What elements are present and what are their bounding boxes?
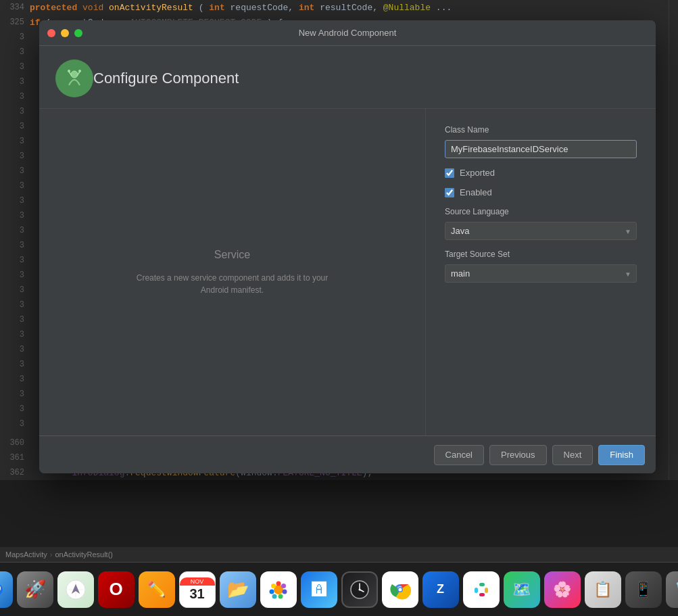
dock-chrome[interactable]	[382, 571, 418, 608]
breadcrumb-method: onActivityResult()	[55, 550, 113, 559]
dock-safari[interactable]	[57, 571, 94, 608]
svg-point-15	[276, 581, 281, 586]
svg-point-5	[0, 583, 3, 596]
svg-point-17	[282, 589, 287, 594]
dialog-titlebar: New Android Component	[39, 20, 656, 46]
svg-point-18	[278, 594, 283, 598]
target-source-set-label: Target Source Set	[445, 250, 637, 259]
dialog-content: Service Creates a new service component …	[39, 109, 656, 435]
svg-rect-30	[475, 588, 478, 593]
target-source-set-select[interactable]: main test androidTest	[445, 264, 637, 283]
new-android-component-dialog: New Android Component Configure Componen…	[39, 20, 656, 473]
dialog-title: New Android Component	[299, 28, 397, 38]
svg-point-20	[269, 589, 274, 594]
minimize-button[interactable]	[61, 29, 69, 37]
cancel-button[interactable]: Cancel	[434, 445, 484, 465]
dialog-body: Configure Component Service Creates a ne…	[39, 46, 656, 473]
dock-files[interactable]: 📂	[220, 571, 256, 608]
dialog-heading: Configure Component	[93, 70, 239, 87]
window-controls	[47, 29, 82, 37]
dock-photos[interactable]	[260, 571, 297, 608]
target-source-set-select-wrapper: main test androidTest ▼	[445, 264, 637, 283]
dock-zoom[interactable]: Z	[422, 571, 459, 608]
class-name-field-group: Class Name	[445, 125, 637, 158]
enabled-label[interactable]: Enabled	[460, 187, 492, 197]
finish-button[interactable]: Finish	[598, 445, 645, 465]
dialog-footer: Cancel Previous Next Finish	[39, 435, 656, 473]
source-language-label: Source Language	[445, 207, 637, 216]
dock-trash[interactable]: 🗑️	[666, 571, 679, 608]
dock-calendar[interactable]: NOV 31	[179, 571, 216, 608]
svg-rect-31	[479, 583, 485, 586]
status-bar: MapsActivity › onActivityResult()	[0, 547, 678, 562]
dialog-form-panel: Class Name Exported Enabled Source Langu…	[426, 109, 656, 435]
dock-clock[interactable]	[341, 571, 378, 608]
dock-slack[interactable]	[463, 571, 500, 608]
dock-sketch[interactable]: ✏️	[139, 571, 175, 608]
svg-point-21	[271, 584, 276, 588]
dock-icloud[interactable]: 📋	[585, 571, 621, 608]
svg-point-19	[272, 594, 276, 598]
dock-appstore[interactable]: 🅰	[301, 571, 337, 608]
dock-launchpad[interactable]: 🚀	[17, 571, 53, 608]
exported-label[interactable]: Exported	[460, 168, 495, 178]
class-name-label: Class Name	[445, 125, 637, 135]
source-language-select[interactable]: Java Kotlin	[445, 222, 637, 240]
component-description: Creates a new service component and adds…	[131, 272, 334, 296]
component-type-name: Service	[214, 249, 250, 261]
svg-point-1	[71, 71, 78, 78]
next-button[interactable]: Next	[552, 445, 594, 465]
android-studio-icon	[55, 60, 93, 97]
breadcrumb-separator: ›	[50, 550, 53, 559]
dock-opera[interactable]: O	[98, 571, 135, 608]
close-button[interactable]	[47, 29, 55, 37]
previous-button[interactable]: Previous	[489, 445, 547, 465]
enabled-checkbox[interactable]	[445, 188, 454, 197]
svg-point-16	[281, 584, 286, 588]
source-language-select-wrapper: Java Kotlin ▼	[445, 222, 637, 240]
target-source-set-field-group: Target Source Set main test androidTest …	[445, 250, 637, 283]
breadcrumb: MapsActivity › onActivityResult()	[5, 550, 113, 559]
mac-dock: 🚀 O ✏️ NOV 31 📂 🅰 Z 🗺️	[0, 562, 678, 616]
svg-point-29	[398, 588, 402, 591]
svg-point-2	[68, 70, 70, 72]
class-name-input[interactable]	[445, 140, 637, 158]
dialog-header: Configure Component	[39, 46, 656, 109]
svg-point-3	[78, 70, 81, 72]
dock-iphone-mirroring[interactable]: 📱	[625, 571, 662, 608]
dock-image[interactable]: 🌸	[544, 571, 581, 608]
dock-maps[interactable]: 🗺️	[504, 571, 540, 608]
maximize-button[interactable]	[74, 29, 82, 37]
exported-checkbox[interactable]	[445, 168, 454, 178]
source-language-field-group: Source Language Java Kotlin ▼	[445, 207, 637, 240]
breadcrumb-file: MapsActivity	[5, 550, 47, 559]
enabled-checkbox-row: Enabled	[445, 187, 637, 197]
svg-rect-33	[479, 593, 485, 596]
svg-point-25	[358, 588, 360, 590]
dialog-left-panel: Service Creates a new service component …	[39, 109, 426, 435]
svg-rect-32	[485, 588, 488, 593]
exported-checkbox-row: Exported	[445, 168, 637, 178]
dock-finder[interactable]	[0, 571, 13, 608]
